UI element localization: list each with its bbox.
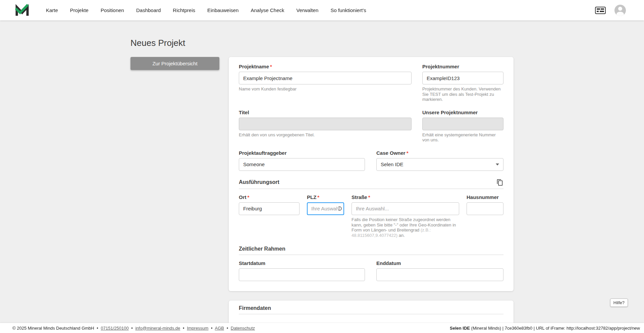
nav-item-richtpreis[interactable]: Richtpreis [173, 7, 195, 13]
footer-link-datenschutz[interactable]: Datenschutz [231, 326, 255, 331]
nav-item-verwalten[interactable]: Verwalten [297, 7, 319, 13]
nav-item-karte[interactable]: Karte [46, 7, 58, 13]
project-form-card: Projektname* Name vom Kunden festlegbar … [229, 57, 514, 291]
required-asterisk: * [248, 194, 250, 200]
logo-icon [15, 4, 31, 16]
nav-item-einbauweisen[interactable]: Einbauweisen [207, 7, 238, 13]
terminal-icon[interactable] [595, 7, 606, 14]
footer-separator: • [211, 326, 213, 331]
footer-separator: • [131, 326, 133, 331]
firmendaten-heading: Firmendaten [239, 305, 271, 311]
projektauftraggeber-label: Projektauftraggeber [239, 150, 365, 156]
case-owner-field: Case Owner* Selen IDE [376, 150, 503, 171]
footer-phone-link[interactable]: 07151/250100 [101, 326, 129, 331]
startdatum-field: Startdatum [239, 260, 365, 281]
nav-item-analyse-check[interactable]: Analyse Check [251, 7, 284, 13]
ort-field: Ort* [239, 194, 300, 238]
enddatum-label: Enddatum [376, 260, 503, 266]
strasse-helper: Falls die Position keiner Straße zugeord… [352, 217, 459, 238]
titel-field: Titel Erhält den von uns vorgegebenen Ti… [239, 110, 412, 143]
main-nav: Karte Projekte Positionen Dashboard Rich… [46, 7, 366, 13]
plz-label-text: PLZ [307, 194, 316, 200]
ort-input[interactable] [239, 202, 300, 215]
ausfuehrungsort-heading: Ausführungsort [239, 179, 279, 185]
strasse-helper-main: Falls die Position keiner Straße zugeord… [352, 217, 456, 232]
nav-item-positionen[interactable]: Positionen [101, 7, 124, 13]
footer-separator: • [227, 326, 228, 331]
strasse-label-text: Straße [352, 194, 367, 200]
nav-right-actions [595, 5, 626, 16]
loading-spinner-icon [337, 206, 342, 211]
avatar-head [618, 7, 622, 11]
required-asterisk: * [270, 64, 272, 69]
nav-item-projekte[interactable]: Projekte [70, 7, 89, 13]
main-content: Neues Projekt Zur Projektübersicht Proje… [130, 0, 514, 325]
footer-separator: • [97, 326, 98, 331]
nav-item-dashboard[interactable]: Dashboard [136, 7, 161, 13]
projektnummer-label: Projektnummer [422, 64, 503, 70]
top-navigation: Karte Projekte Positionen Dashboard Rich… [0, 0, 644, 20]
footer-session-info: Selen IDE (Mineral Minds) | 7ce360e83fb0… [450, 326, 641, 331]
projektname-helper: Name vom Kunden festlegbar [239, 86, 412, 92]
startdatum-label: Startdatum [239, 260, 365, 266]
titel-label: Titel [239, 110, 412, 116]
hausnummer-label: Hausnummer [467, 194, 503, 200]
ort-label: Ort* [239, 194, 300, 200]
footer-email-link[interactable]: info@mineral-minds.de [135, 326, 180, 331]
mineral-minds-logo[interactable] [15, 4, 31, 16]
unsere-projektnummer-label: Unsere Projektnummer [422, 110, 503, 116]
session-user: Selen IDE [450, 326, 470, 331]
case-owner-label: Case Owner* [376, 150, 503, 156]
footer-link-impressum[interactable]: Impressum [187, 326, 208, 331]
enddatum-field: Enddatum [376, 260, 503, 281]
session-details: (Mineral Minds) | 7ce360e83fb0 | URL of … [470, 326, 640, 331]
firmendaten-section-header: Firmendaten [239, 305, 503, 314]
titel-helper: Erhält den von uns vorgegebenen Titel. [239, 132, 412, 138]
projektnummer-helper: Projektnummer des Kunden. Verwenden Sie … [422, 86, 503, 102]
required-asterisk: * [317, 194, 319, 200]
left-column: Zur Projektübersicht [130, 57, 219, 70]
plz-label: PLZ* [307, 194, 344, 200]
strasse-input[interactable] [352, 202, 459, 215]
case-owner-selected-value: Selen IDE [381, 161, 404, 167]
ausfuehrungsort-section-header: Ausführungsort [239, 179, 503, 189]
hausnummer-field: Hausnummer [467, 194, 503, 238]
strasse-helper-suffix: an. [397, 233, 405, 238]
case-owner-select[interactable]: Selen IDE [376, 158, 503, 171]
projektnummer-field: Projektnummer Projektnummer des Kunden. … [422, 64, 503, 102]
hausnummer-input[interactable] [467, 202, 503, 215]
back-to-project-overview-button[interactable]: Zur Projektübersicht [130, 57, 219, 70]
projektauftraggeber-field: Projektauftraggeber [239, 150, 365, 171]
footer: © 2025 Mineral Minds Deutschland GmbH • … [0, 323, 644, 333]
required-asterisk: * [368, 194, 370, 200]
user-avatar-icon[interactable] [614, 5, 626, 16]
zeitlicher-rahmen-heading: Zeitlicher Rahmen [239, 246, 285, 252]
projektnummer-input[interactable] [422, 72, 503, 84]
case-owner-label-text: Case Owner [376, 150, 406, 156]
required-asterisk: * [407, 150, 409, 156]
zeitlicher-rahmen-section-header: Zeitlicher Rahmen [239, 246, 503, 255]
plz-field: PLZ* [307, 194, 344, 238]
projektname-label: Projektname* [239, 64, 412, 70]
unsere-projektnummer-field: Unsere Projektnummer Erhält eine systemg… [422, 110, 503, 143]
nav-item-so-funktionierts[interactable]: So funktioniert's [330, 7, 366, 13]
strasse-label: Straße* [352, 194, 459, 200]
projektname-field: Projektname* Name vom Kunden festlegbar [239, 64, 412, 102]
startdatum-input[interactable] [239, 268, 365, 281]
footer-separator: • [183, 326, 184, 331]
help-button[interactable]: Hilfe? [610, 298, 628, 307]
strasse-field: Straße* Falls die Position keiner Straße… [352, 194, 459, 238]
company-data-card: Firmendaten [229, 301, 514, 325]
copy-icon[interactable] [496, 179, 503, 186]
unsere-projektnummer-input [422, 118, 503, 130]
projektauftraggeber-input[interactable] [239, 158, 365, 171]
projektname-label-text: Projektname [239, 64, 269, 69]
avatar-body [616, 12, 624, 16]
titel-input [239, 118, 412, 130]
ort-label-text: Ort [239, 194, 247, 200]
copyright-text: © 2025 Mineral Minds Deutschland GmbH [12, 326, 94, 331]
unsere-projektnummer-helper: Erhält eine systemgenerierte Nummer von … [422, 132, 503, 143]
footer-link-agb[interactable]: AGB [215, 326, 224, 331]
enddatum-input[interactable] [376, 268, 503, 281]
projektname-input[interactable] [239, 72, 412, 84]
